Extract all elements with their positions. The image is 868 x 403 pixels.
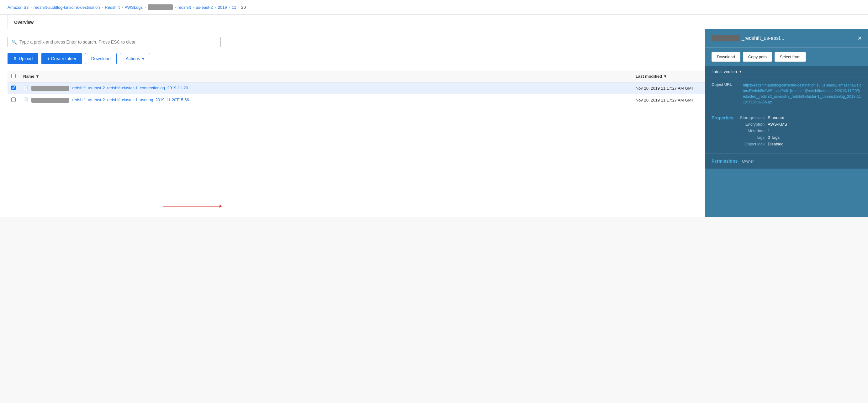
breadcrumb-sep-4: ›: [145, 5, 146, 9]
row-checkbox-cell: [7, 82, 20, 94]
object-lock-row: Object lock Disabled: [739, 142, 787, 146]
object-lock-label: Object lock: [739, 142, 765, 146]
object-url-label: Object URL: [712, 82, 740, 87]
breadcrumb-sep-1: ›: [30, 5, 32, 9]
create-folder-button[interactable]: + Create folder: [41, 53, 82, 64]
breadcrumb-sep-9: ›: [238, 5, 240, 9]
search-input[interactable]: [20, 39, 217, 44]
breadcrumb-amazon-s3[interactable]: Amazon S3: [7, 5, 29, 10]
object-url-link[interactable]: https://redshift-auditlog-kmscmk-destina…: [743, 82, 862, 105]
tags-row: Tags 0 Tags: [739, 135, 787, 140]
properties-grid: Storage class Standard Encryption AWS-KM…: [739, 115, 787, 148]
storage-class-row: Storage class Standard: [739, 115, 787, 120]
encryption-row: Encryption AWS-KMS: [739, 122, 787, 127]
name-sort-icon: ▼: [35, 74, 39, 79]
panel-title: _redshift_us-east...: [712, 35, 784, 41]
main-content: 🔍 ⬆ Upload + Create folder Download Acti…: [0, 29, 868, 217]
actions-button[interactable]: Actions ▾: [120, 53, 150, 64]
tab-overview[interactable]: Overview: [7, 15, 40, 29]
properties-title: Properties: [712, 115, 733, 145]
arrow-head: [219, 205, 222, 208]
breadcrumb-sep-5: ›: [175, 5, 176, 9]
breadcrumb-sep-7: ›: [215, 5, 216, 9]
storage-class-value: Standard: [768, 115, 784, 120]
panel-title-redacted: [712, 35, 740, 41]
download-button[interactable]: Download: [85, 53, 116, 64]
redacted-prefix-2: [31, 98, 69, 103]
breadcrumb: Amazon S3 › redshift-auditlog-kmscmk-des…: [0, 0, 868, 15]
breadcrumb-bucket[interactable]: redshift-auditlog-kmscmk-destination: [34, 5, 100, 10]
search-icon: 🔍: [11, 39, 17, 44]
metadata-row: Metadata 1: [739, 129, 787, 133]
panel-actions: Download Copy path Select from: [705, 47, 868, 66]
redacted-prefix-1: [31, 86, 69, 91]
encryption-value: AWS-KMS: [768, 122, 787, 127]
version-chevron-icon: ▼: [739, 70, 742, 73]
upload-icon: ⬆: [13, 56, 17, 61]
select-all-checkbox[interactable]: [11, 74, 16, 78]
tags-label: Tags: [739, 135, 765, 140]
breadcrumb-redshift2[interactable]: redshift: [178, 5, 191, 10]
breadcrumb-month[interactable]: 11: [232, 5, 236, 10]
panel-close-button[interactable]: ×: [858, 35, 862, 42]
breadcrumb-sep-6: ›: [193, 5, 194, 9]
breadcrumb-redacted[interactable]: [148, 4, 173, 10]
storage-class-label: Storage class: [739, 115, 765, 120]
breadcrumb-redshift[interactable]: Redshift: [105, 5, 120, 10]
breadcrumb-awslogs[interactable]: AWSLogs: [125, 5, 143, 10]
breadcrumb-region[interactable]: us-east-2: [196, 5, 213, 10]
row-checkbox-2[interactable]: [11, 97, 16, 102]
object-url-section: Object URL https://redshift-auditlog-kms…: [705, 77, 868, 110]
permissions-title: Permissions: [712, 159, 738, 164]
select-all-header: [7, 70, 20, 82]
panel-header: _redshift_us-east... ×: [705, 29, 868, 47]
name-column-header[interactable]: Name ▼: [20, 70, 632, 82]
search-bar[interactable]: 🔍: [7, 37, 221, 47]
properties-section: Properties Storage class Standard Encryp…: [705, 110, 868, 154]
row-checkbox-1[interactable]: [11, 86, 16, 90]
object-lock-value: Disabled: [768, 142, 784, 146]
breadcrumb-sep-8: ›: [228, 5, 230, 9]
row-name-cell-2: 📄 _redshift_us-east-2_redshift-cluster-1…: [20, 94, 632, 106]
row-checkbox-cell: [7, 94, 20, 106]
tags-value: 0 Tags: [768, 135, 780, 140]
side-panel: _redshift_us-east... × Download Copy pat…: [705, 29, 868, 217]
row-name-cell-1: 📄 _redshift_us-east-2_redshift-cluster-1…: [20, 82, 632, 94]
encryption-label: Encryption: [739, 122, 765, 127]
metadata-label: Metadata: [739, 129, 765, 133]
breadcrumb-year[interactable]: 2019: [218, 5, 227, 10]
panel-copy-path-button[interactable]: Copy path: [743, 52, 772, 62]
last-modified-sort-icon: ▼: [663, 74, 667, 79]
file-icon-2: 📄: [23, 97, 28, 102]
arrow-annotation: [163, 205, 222, 208]
permissions-value: Owner: [742, 159, 754, 164]
metadata-value: 1: [768, 129, 770, 133]
breadcrumb-sep-2: ›: [102, 5, 103, 9]
permissions-section: Permissions Owner: [705, 154, 868, 169]
panel-select-from-button[interactable]: Select from: [775, 52, 806, 62]
panel-download-button[interactable]: Download: [712, 52, 740, 62]
actions-chevron-icon: ▾: [142, 56, 144, 61]
breadcrumb-sep-3: ›: [122, 5, 123, 9]
arrow-line: [163, 206, 219, 206]
breadcrumb-day: 20: [241, 5, 246, 10]
file-icon-1: 📄: [23, 86, 28, 90]
upload-button[interactable]: ⬆ Upload: [7, 53, 38, 64]
version-selector[interactable]: Latest version ▼: [705, 66, 868, 77]
tabs-bar: Overview: [0, 15, 868, 29]
